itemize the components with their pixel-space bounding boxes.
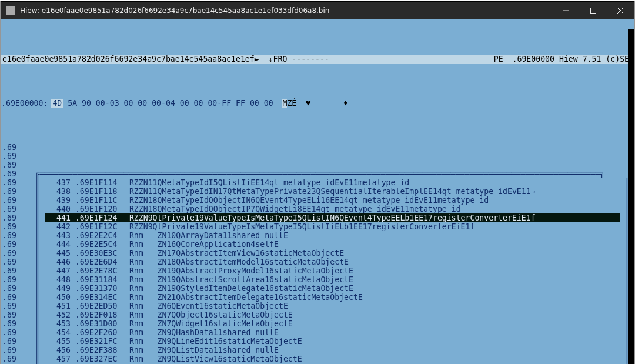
row-address: .69E1F118 xyxy=(75,187,129,196)
row-ordinal: 438 xyxy=(45,187,75,196)
row-symbol: Rnm___ZN18QAbstractItemModel16staticMeta… xyxy=(129,258,620,266)
row-ordinal: 448 xyxy=(45,275,75,284)
row-address: .69E30E3C xyxy=(75,249,129,258)
svg-rect-0 xyxy=(591,8,596,14)
row-ordinal: 449 xyxy=(45,284,75,293)
row-address: .69E2E5C4 xyxy=(75,240,129,249)
names-list-row[interactable]: 448.69E31184Rnm___ZN19QAbstractScrollAre… xyxy=(45,275,620,284)
box-border-top: ╔═══════════════════════════════════════… xyxy=(25,169,634,178)
row-address: .69E1F12C xyxy=(75,222,129,231)
row-ordinal: 453 xyxy=(45,319,75,328)
row-address: .69E1F124 xyxy=(75,213,129,222)
row-address: .69E1F11C xyxy=(75,196,129,205)
row-symbol: RZZN9QtPrivate19ValueTypeIsMetaTypeI5QLi… xyxy=(129,222,620,231)
row-symbol: Rnm___ZN9QHashData11shared_nullE xyxy=(129,328,620,337)
row-ordinal: 450 xyxy=(45,293,75,302)
row-ordinal: 444 xyxy=(45,240,75,249)
row-ordinal: 451 xyxy=(45,302,75,310)
names-list-row[interactable]: 452.69E2F018Rnm___ZN7QObject16staticMeta… xyxy=(45,310,620,319)
top-flags: ↓FRO -------- xyxy=(269,55,329,64)
row-address: .69E1F120 xyxy=(75,205,129,213)
gutter-cell: .69 xyxy=(1,319,25,328)
gutter-cell: .69 xyxy=(1,266,25,275)
hex-rest: 5A 90 00-03 00 00 00-04 00 00 00-FF FF 0… xyxy=(63,99,282,108)
names-list-row[interactable]: 449.69E31370Rnm___ZN19QStyledItemDelegat… xyxy=(45,284,620,293)
row-address: .69E31370 xyxy=(75,284,129,293)
row-symbol: Rnm___ZN7QWidget16staticMetaObjectE xyxy=(129,319,620,328)
hex-row-first: .69E00000: 4D 5A 90 00-03 00 00 00-04 00… xyxy=(1,99,634,108)
gutter-cell: .69 xyxy=(1,152,25,161)
gutter-cell: .69 xyxy=(1,328,25,337)
gutter-cell: .69 xyxy=(1,178,25,187)
row-symbol: Rnm___ZN21QAbstractItemDelegate16staticM… xyxy=(129,293,620,302)
names-list-row[interactable]: 447.69E2E78CRnm___ZN19QAbstractProxyMode… xyxy=(45,266,620,275)
row-symbol: RZZN9QtPrivate19ValueTypeIsMetaTypeI5QLi… xyxy=(129,213,620,222)
names-list-row[interactable]: 445.69E30E3CRnm___ZN17QAbstractItemView1… xyxy=(45,249,620,258)
row-ordinal: 437 xyxy=(45,178,75,187)
row-ordinal: 439 xyxy=(45,196,75,205)
row-ordinal: 447 xyxy=(45,266,75,275)
gutter-cell: .69 xyxy=(1,258,25,266)
top-arrow-icon: ► xyxy=(255,55,259,64)
close-button[interactable] xyxy=(607,2,634,19)
names-list-row[interactable]: 442.69E1F12CRZZN9QtPrivate19ValueTypeIsM… xyxy=(45,222,620,231)
names-list-row[interactable]: 438.69E1F118RZZN11QMetaTypeIdIN17QtMetaT… xyxy=(45,187,620,196)
row-address: .69E31184 xyxy=(75,275,129,284)
gutter-cell: .69 xyxy=(1,302,25,310)
row-symbol: Rnm___ZN9QListView16staticMetaObjectE xyxy=(129,355,620,363)
top-info-bar: e16e0faae0e9851a782d026f6692e34a9c7bae14… xyxy=(1,55,634,64)
gutter-cell: .69 xyxy=(1,293,25,302)
row-address: .69E2E6D4 xyxy=(75,258,129,266)
row-symbol: Rnm___ZN9QLineEdit16staticMetaObjectE xyxy=(129,337,620,346)
row-address: .69E2F260 xyxy=(75,328,129,337)
names-list-row[interactable]: 443.69E2E2C4Rnm___ZN10QArrayData11shared… xyxy=(45,231,620,240)
row-symbol: RZZN18QMetaTypeIdQObjectIP7QWidgetLi8EE1… xyxy=(129,205,620,213)
names-list-row[interactable]: 441.69E1F124RZZN9QtPrivate19ValueTypeIsM… xyxy=(45,213,620,222)
gutter-cell: .69 xyxy=(1,231,25,240)
names-list-row[interactable]: 457.69E327ECRnm___ZN9QListView16staticMe… xyxy=(45,355,620,363)
names-list-row[interactable]: 451.69E2ED50Rnm___ZN6QEvent16staticMetaO… xyxy=(45,302,620,310)
hex-addr: .69E00000: xyxy=(1,99,51,108)
row-ordinal: 446 xyxy=(45,258,75,266)
row-symbol: RZZN11QMetaTypeIdI5QListIiEE14qt_metatyp… xyxy=(129,178,620,187)
top-pe-info: PE .69E00000 xyxy=(494,55,554,64)
gutter-cell: .69 xyxy=(1,187,25,196)
hex-first-byte: 4D xyxy=(51,99,63,108)
minimize-button[interactable] xyxy=(553,2,580,19)
window-titlebar[interactable]: Hiew: e16e0faae0e9851a782d026f6692e34a9c… xyxy=(1,2,634,19)
row-ordinal: 457 xyxy=(45,355,75,363)
row-ordinal: 441 xyxy=(45,213,75,222)
row-ordinal: 442 xyxy=(45,222,75,231)
scrollbar[interactable] xyxy=(628,29,634,364)
row-ordinal: 443 xyxy=(45,231,75,240)
app-icon xyxy=(6,6,15,15)
gutter-cell: .69 xyxy=(1,196,25,205)
gutter-cell: .69 xyxy=(1,284,25,293)
row-ordinal: 455 xyxy=(45,337,75,346)
gutter-cell: .69 xyxy=(1,143,25,152)
names-list-row[interactable]: 453.69E31D00Rnm___ZN7QWidget16staticMeta… xyxy=(45,319,620,328)
names-list-row[interactable]: 439.69E1F11CRZZN18QMetaTypeIdQObjectIN6Q… xyxy=(45,196,620,205)
top-hiew-ver: Hiew 7.51 (c)SEN xyxy=(559,55,634,64)
row-ordinal: 452 xyxy=(45,310,75,319)
names-list-row[interactable]: 440.69E1F120RZZN18QMetaTypeIdQObjectIP7Q… xyxy=(45,205,620,213)
names-list-row[interactable]: 456.69E2F388Rnm___ZN9QListData11shared_n… xyxy=(45,346,620,355)
row-address: .69E314EC xyxy=(75,293,129,302)
row-symbol: Rnm___ZN16QCoreApplication4selfE xyxy=(129,240,620,249)
row-symbol: Rnm___ZN17QAbstractItemView16staticMetaO… xyxy=(129,249,620,258)
names-list-row[interactable]: 444.69E2E5C4Rnm___ZN16QCoreApplication4s… xyxy=(45,240,620,249)
names-list-row[interactable]: 454.69E2F260Rnm___ZN9QHashData11shared_n… xyxy=(45,328,620,337)
names-list-row[interactable]: 446.69E2E6D4Rnm___ZN18QAbstractItemModel… xyxy=(45,258,620,266)
names-list-row[interactable]: 437.69E1F114RZZN11QMetaTypeIdI5QListIiEE… xyxy=(45,178,620,187)
names-list-row[interactable]: 450.69E314ECRnm___ZN21QAbstractItemDeleg… xyxy=(45,293,620,302)
row-symbol: Rnm___ZN6QEvent16staticMetaObjectE xyxy=(129,302,620,310)
hex-ascii: MZÉ ♥ ♦ xyxy=(282,99,347,108)
row-address: .69E1F114 xyxy=(75,178,129,187)
maximize-button[interactable] xyxy=(580,2,607,19)
row-symbol: Rnm___ZN19QStyledItemDelegate16staticMet… xyxy=(129,284,620,293)
row-address: .69E2E2C4 xyxy=(75,231,129,240)
row-symbol: Rnm___ZN19QAbstractScrollArea16staticMet… xyxy=(129,275,620,284)
hiew-console: e16e0faae0e9851a782d026f6692e34a9c7bae14… xyxy=(1,19,634,364)
names-list-row[interactable]: 455.69E321FCRnm___ZN9QLineEdit16staticMe… xyxy=(45,337,620,346)
gutter-cell: .69 xyxy=(1,355,25,363)
